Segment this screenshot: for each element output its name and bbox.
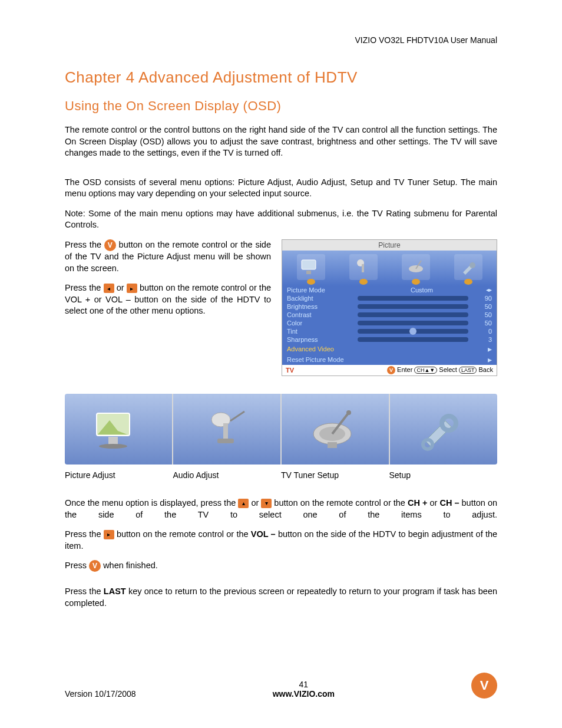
svg-rect-3 xyxy=(362,264,364,272)
osd-row-value: Custom xyxy=(358,286,486,294)
svg-point-6 xyxy=(470,262,475,268)
strip-picture-icon xyxy=(65,394,173,465)
vizio-v-icon: V xyxy=(104,239,116,251)
svg-line-14 xyxy=(230,411,244,421)
osd-row-label: Backlight xyxy=(287,295,358,302)
osd-footer: TV V Enter CH▲▼ Select LAST Back xyxy=(282,365,497,375)
menu-icon-strip xyxy=(65,394,497,465)
osd-row: Contrast50 xyxy=(282,311,497,319)
osd-row-label: Advanced Video xyxy=(287,345,358,353)
svg-rect-13 xyxy=(217,439,234,443)
svg-rect-12 xyxy=(223,423,228,439)
last-pill-icon: LAST xyxy=(459,367,477,374)
svg-point-10 xyxy=(99,444,127,449)
paragraph-menu-select: Once the menu option is displayed, press… xyxy=(65,498,497,521)
osd-row: Brightness50 xyxy=(282,302,497,311)
paragraph-last-key: Press the LAST key once to return to the… xyxy=(65,586,497,609)
right-arrow-icon: ▸ xyxy=(127,284,137,293)
lr-arrows-icon: ◂▸ xyxy=(486,286,492,293)
paragraph-finish: Press V when finished. xyxy=(65,560,497,572)
up-arrow-icon: ▴ xyxy=(238,499,249,508)
osd-row: Color50 xyxy=(282,319,497,327)
strip-label-picture: Picture Adjust xyxy=(65,470,173,480)
svg-point-20 xyxy=(442,416,456,430)
osd-row-label: Contrast xyxy=(287,311,358,318)
paragraph-press-v: Press the V button on the remote control… xyxy=(65,239,271,274)
osd-menu-title: Picture xyxy=(282,240,497,251)
osd-row: Reset Picture Mode▸ xyxy=(282,354,497,365)
osd-row: Sharpness3 xyxy=(282,335,497,344)
paragraph-begin-adjust: Press the ▸ button on the remote control… xyxy=(65,529,497,552)
osd-slider xyxy=(358,321,468,325)
page-footer: Version 10/17/2008 41 www.VIZIO.com V xyxy=(65,673,497,699)
osd-source-label: TV xyxy=(286,367,294,374)
paragraph-note: Note: Some of the main menu options may … xyxy=(65,208,497,231)
footer-version: Version 10/17/2008 xyxy=(65,689,136,699)
osd-tab-tuner-icon xyxy=(402,254,430,280)
osd-slider xyxy=(358,296,468,301)
osd-row: Tint0 xyxy=(282,327,497,335)
osd-slider xyxy=(358,329,468,334)
osd-slider xyxy=(358,312,468,317)
strip-label-tuner: TV Tuner Setup xyxy=(281,470,389,480)
svg-rect-9 xyxy=(108,437,118,445)
paragraph-intro: The remote control or the control button… xyxy=(65,124,497,159)
svg-rect-1 xyxy=(306,271,311,274)
ch-pill-icon: CH▲▼ xyxy=(414,367,437,374)
osd-row-label: Sharpness xyxy=(287,336,358,343)
paragraph-press-lr: Press the ◂ or ▸ button on the remote co… xyxy=(65,282,271,317)
strip-label-setup: Setup xyxy=(389,470,498,480)
strip-audio-icon xyxy=(173,394,282,465)
strip-labels-row: Picture Adjust Audio Adjust TV Tuner Set… xyxy=(65,470,497,480)
osd-tab-icons xyxy=(282,251,497,286)
osd-tab-picture-icon xyxy=(297,254,325,280)
osd-row-value: 90 xyxy=(474,295,492,302)
osd-row-value: 50 xyxy=(474,311,492,318)
osd-slider xyxy=(358,337,468,342)
osd-row-label: Color xyxy=(287,319,358,327)
svg-rect-0 xyxy=(302,260,316,269)
manual-title: VIZIO VO32L FHDTV10A User Manual xyxy=(65,35,497,45)
osd-row-value: 3 xyxy=(474,336,492,343)
vizio-v-icon-2: V xyxy=(89,560,101,572)
osd-row: Picture ModeCustom◂▸ xyxy=(282,286,497,294)
footer-page-number: 41 xyxy=(299,680,309,689)
chapter-title: Chapter 4 Advanced Adjustment of HDTV xyxy=(65,68,497,87)
section-title: Using the On Screen Display (OSD) xyxy=(65,98,497,114)
osd-row-label: Tint xyxy=(287,328,358,335)
osd-slider xyxy=(358,304,468,309)
vizio-v-small-icon: V xyxy=(387,366,395,374)
osd-row: Advanced Video▸ xyxy=(282,344,497,354)
down-arrow-icon: ▾ xyxy=(261,499,272,508)
osd-row-label: Brightness xyxy=(287,303,358,310)
strip-label-audio: Audio Adjust xyxy=(173,470,282,480)
osd-row: Backlight90 xyxy=(282,294,497,302)
paragraph-osd-desc: The OSD consists of several menu options… xyxy=(65,177,497,200)
osd-tab-setup-icon xyxy=(454,254,482,280)
svg-rect-19 xyxy=(328,442,337,448)
svg-point-21 xyxy=(423,440,432,449)
right-arrow-icon-2: ▸ xyxy=(104,530,114,539)
vizio-logo-icon: V xyxy=(471,673,497,699)
osd-row-value: 50 xyxy=(474,303,492,310)
chevron-right-icon: ▸ xyxy=(358,355,492,364)
osd-row-label: Picture Mode xyxy=(287,286,358,294)
left-arrow-icon: ◂ xyxy=(104,284,114,293)
osd-screenshot: Picture Picture ModeCustom◂▸Backlight90B… xyxy=(282,239,497,376)
footer-url: www.VIZIO.com xyxy=(273,689,335,699)
strip-tuner-icon xyxy=(282,394,390,465)
osd-tab-audio-icon xyxy=(349,254,378,280)
strip-setup-icon xyxy=(390,394,497,465)
osd-row-label: Reset Picture Mode xyxy=(287,356,358,363)
osd-row-value: 0 xyxy=(474,328,492,335)
chevron-right-icon: ▸ xyxy=(358,344,492,354)
osd-row-value: 50 xyxy=(474,319,492,327)
svg-point-18 xyxy=(346,410,351,415)
